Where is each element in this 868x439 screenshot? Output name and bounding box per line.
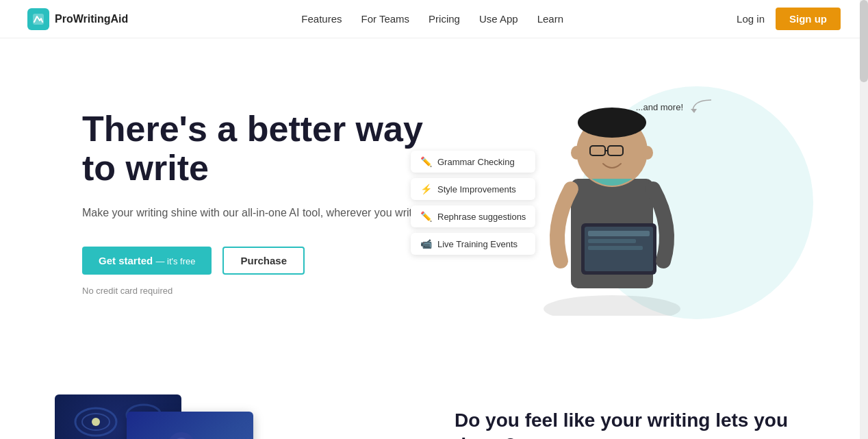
nav-features[interactable]: Features [301, 13, 342, 25]
navbar: ProWritingAid Features For Teams Pricing… [0, 0, 868, 38]
grammar-icon: ✏️ [420, 156, 432, 167]
nav-links: Features For Teams Pricing Use App Learn [301, 13, 563, 25]
hero-section: There's a better way to write Make your … [0, 38, 868, 353]
hero-right: ...and more! ✏️ Grammar Checking ⚡ Style… [424, 79, 813, 326]
nav-right: Log in Sign up [737, 8, 841, 30]
hero-left: There's a better way to write Make your … [82, 110, 424, 296]
painting-stack: My idea in my head [55, 394, 301, 439]
style-icon: ⚡ [420, 184, 432, 195]
and-more-badge: ...and more! [636, 97, 715, 117]
signup-button[interactable]: Sign up [776, 8, 841, 30]
purchase-button[interactable]: Purchase [222, 247, 305, 275]
and-more-arrow [687, 97, 715, 117]
svg-rect-12 [588, 231, 650, 236]
feature-card-0: ✏️ Grammar Checking [411, 151, 535, 173]
scrollbar-thumb[interactable] [860, 0, 868, 82]
logo-icon [27, 8, 49, 30]
feature-card-2: ✏️ Rephrase suggestions [411, 205, 535, 227]
svg-point-9 [642, 146, 653, 160]
svg-rect-14 [588, 246, 643, 250]
page-scrollbar[interactable] [860, 0, 868, 439]
nav-use-app[interactable]: Use App [479, 13, 518, 25]
get-started-button[interactable]: Get started — it's free [82, 247, 212, 275]
feature-card-3: 📹 Live Training Events [411, 233, 535, 255]
brand-name: ProWritingAid [55, 13, 128, 25]
nav-for-teams[interactable]: For Teams [361, 13, 410, 25]
painting-2 [127, 412, 253, 439]
section2-right: Do you feel like your writing lets you d… [455, 394, 813, 439]
svg-rect-23 [127, 412, 253, 439]
person-svg [530, 90, 694, 316]
section2: My idea in my head Do you feel like your… [0, 353, 868, 439]
svg-point-1 [544, 295, 680, 316]
hero-title: There's a better way to write [82, 110, 424, 188]
section2-title: Do you feel like your writing lets you d… [455, 408, 813, 439]
svg-point-8 [571, 146, 582, 160]
svg-rect-13 [588, 239, 636, 243]
hero-subtitle: Make your writing shine with our all-in-… [82, 204, 424, 222]
training-icon: 📹 [420, 238, 432, 249]
no-card-text: No credit card required [82, 286, 424, 296]
hero-buttons: Get started — it's free Purchase [82, 247, 424, 275]
nav-learn[interactable]: Learn [537, 13, 563, 25]
hero-illustration: ...and more! [530, 90, 708, 316]
rephrase-icon: ✏️ [420, 211, 432, 222]
svg-point-19 [92, 418, 100, 426]
svg-marker-15 [691, 109, 697, 113]
logo-link[interactable]: ProWritingAid [27, 8, 128, 30]
feature-cards: ✏️ Grammar Checking ⚡ Style Improvements… [411, 151, 535, 255]
nav-pricing[interactable]: Pricing [429, 13, 460, 25]
section2-left: My idea in my head [55, 394, 413, 439]
feature-card-1: ⚡ Style Improvements [411, 178, 535, 200]
login-button[interactable]: Log in [737, 13, 765, 25]
